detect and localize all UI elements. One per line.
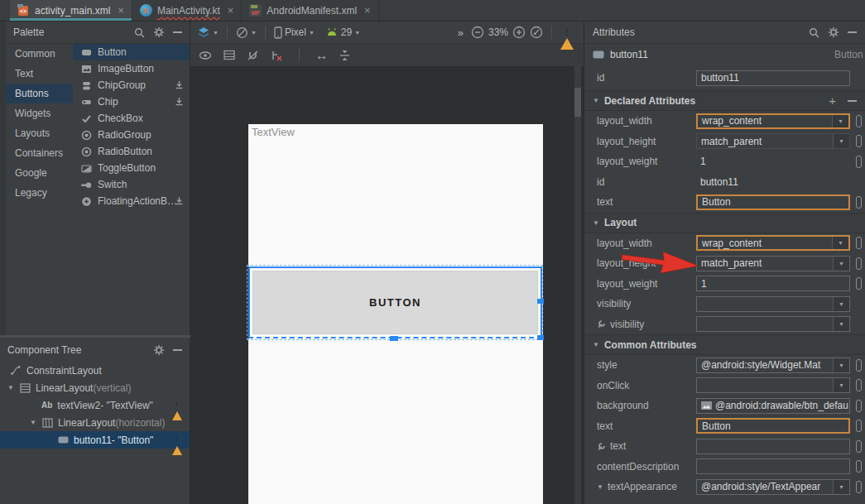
gear-icon[interactable] xyxy=(828,26,839,38)
tree-item-button11[interactable]: button11- "Button" xyxy=(0,431,190,449)
close-icon[interactable]: × xyxy=(118,5,124,16)
close-icon[interactable]: × xyxy=(364,5,371,16)
hide-panel-icon[interactable] xyxy=(848,31,857,33)
tree-item-constraintlayout[interactable]: ConstraintLayout xyxy=(0,362,190,379)
style-dropdown[interactable]: @android:style/Widget.Mat▼ xyxy=(696,358,850,373)
remove-attribute-icon[interactable] xyxy=(848,100,857,102)
tab-androidmanifest-xml[interactable]: MF AndroidManifest.xml × xyxy=(242,0,378,21)
palette-item-chip[interactable]: Chip xyxy=(73,94,190,110)
tools-text-input[interactable] xyxy=(696,439,850,454)
download-icon[interactable] xyxy=(175,80,184,89)
clear-constraints-icon[interactable] xyxy=(271,50,283,61)
tree-item-linearlayout-vertical[interactable]: ▼ LinearLayout(vertical) xyxy=(0,379,190,396)
palette-item-radiogroup[interactable]: RadioGroup xyxy=(73,127,190,143)
resource-flag-icon[interactable] xyxy=(856,196,862,209)
chevron-down-icon[interactable]: ▼ xyxy=(833,358,849,372)
layout-weight-value[interactable]: 1 xyxy=(696,154,850,170)
section-layout[interactable]: ▼ Layout xyxy=(584,213,865,233)
palette-item-togglebutton[interactable]: ToggleButton xyxy=(73,160,190,176)
palette-item-button[interactable]: Button xyxy=(73,44,190,60)
hide-panel-icon[interactable] xyxy=(173,349,182,351)
chevron-down-icon[interactable]: ▼ xyxy=(832,115,848,127)
palette-item-chipgroup[interactable]: ChipGroup xyxy=(73,77,190,94)
resource-flag-icon[interactable] xyxy=(856,115,862,127)
tools-visibility-dropdown[interactable]: ▼ xyxy=(696,316,850,332)
infer-constraints-icon[interactable]: ↔ xyxy=(315,48,328,62)
zoom-to-fit-icon[interactable] xyxy=(530,26,543,39)
resource-flag-icon[interactable] xyxy=(856,460,862,473)
palette-item-checkbox[interactable]: CheckBox xyxy=(73,110,190,127)
palette-item-imagebutton[interactable]: ImageButton xyxy=(73,60,190,77)
resource-flag-icon[interactable] xyxy=(856,359,862,372)
palette-item-switch[interactable]: Switch xyxy=(73,176,190,193)
visibility-dropdown[interactable]: ▼ xyxy=(696,296,850,312)
api-level-selector[interactable]: 29 ▼ xyxy=(325,26,360,38)
chevron-down-icon[interactable]: ▼ xyxy=(29,419,37,426)
tab-mainactivity-kt[interactable]: K MainActivity.kt × xyxy=(132,0,242,21)
palette-category-text[interactable]: Text xyxy=(6,64,73,84)
content-description-input[interactable] xyxy=(696,458,850,474)
gear-icon[interactable] xyxy=(153,344,165,356)
textappearance-dropdown[interactable]: @android:style/TextAppear▼ xyxy=(696,479,850,495)
zoom-out-icon[interactable] xyxy=(471,26,484,39)
resource-flag-icon[interactable] xyxy=(856,277,862,290)
resource-flag-icon[interactable] xyxy=(856,135,862,147)
canvas-textview[interactable]: TextView xyxy=(252,126,295,138)
palette-category-widgets[interactable]: Widgets xyxy=(6,103,73,123)
gear-icon[interactable] xyxy=(153,26,165,38)
palette-item-radiobutton[interactable]: RadioButton xyxy=(73,143,190,160)
section-declared-attributes[interactable]: ▼ Declared Attributes + xyxy=(584,90,865,111)
tree-item-linearlayout-horizontal[interactable]: ▼ LinearLayout(horizontal) xyxy=(0,414,190,431)
zoom-in-icon[interactable] xyxy=(512,26,526,39)
section-common-attributes[interactable]: ▼ Common Attributes xyxy=(584,334,865,355)
layout-width-dropdown[interactable]: wrap_content▼ xyxy=(696,113,850,129)
design-mode-selector[interactable]: ▼ xyxy=(197,26,219,38)
tab-activity-main-xml[interactable]: <> activity_main.xml × xyxy=(10,0,132,21)
warnings-button[interactable] xyxy=(560,26,574,38)
chevron-down-icon[interactable]: ▼ xyxy=(833,297,849,311)
layout-height-dropdown[interactable]: match_parent▼ xyxy=(696,256,850,271)
chevron-down-icon[interactable]: ▼ xyxy=(832,237,848,249)
palette-category-common[interactable]: Common xyxy=(6,44,73,64)
palette-item-floatingactionbutton[interactable]: FloatingActionB… xyxy=(73,193,190,209)
design-scrollbar[interactable] xyxy=(574,66,581,504)
orientation-selector[interactable]: ▼ xyxy=(236,26,257,39)
add-attribute-icon[interactable]: + xyxy=(829,94,836,108)
search-icon[interactable] xyxy=(809,27,819,38)
palette-category-buttons[interactable]: Buttons xyxy=(6,84,73,103)
autoconnect-off-icon[interactable] xyxy=(247,50,259,61)
canvas-button[interactable]: BUTTON xyxy=(252,271,538,334)
palette-category-google[interactable]: Google xyxy=(6,163,73,183)
select-layout-variant-icon[interactable] xyxy=(223,50,235,60)
device-selector[interactable]: Pixel ▼ xyxy=(274,26,315,39)
id-value[interactable]: button11 xyxy=(696,174,850,190)
hide-panel-icon[interactable] xyxy=(173,31,182,33)
resize-handle-bottom[interactable] xyxy=(390,336,398,341)
resource-flag-icon[interactable] xyxy=(856,420,862,432)
chevron-down-icon[interactable]: ▼ xyxy=(833,480,849,494)
search-icon[interactable] xyxy=(134,27,145,38)
resource-flag-icon[interactable] xyxy=(856,379,862,391)
resize-handle-right[interactable] xyxy=(537,299,544,304)
chevron-down-icon[interactable]: ▼ xyxy=(833,317,849,331)
text-input[interactable]: Button xyxy=(696,194,850,210)
palette-category-containers[interactable]: Containers xyxy=(6,143,73,163)
onclick-dropdown[interactable]: ▼ xyxy=(696,377,850,393)
resource-flag-icon[interactable] xyxy=(856,440,862,453)
background-input[interactable]: @android:drawable/btn_defau xyxy=(696,398,850,414)
tree-item-textview2[interactable]: Ab textView2- "TextView" xyxy=(0,396,190,414)
resource-flag-icon[interactable] xyxy=(856,257,862,270)
download-icon[interactable] xyxy=(175,196,184,205)
layout-height-dropdown[interactable]: match_parent▼ xyxy=(696,133,850,149)
text-input[interactable]: Button xyxy=(696,418,850,434)
chevron-down-icon[interactable]: ▼ xyxy=(7,384,15,391)
toolbar-overflow-icon[interactable]: » xyxy=(458,26,464,39)
id-input[interactable]: button11 xyxy=(696,70,850,86)
palette-category-legacy[interactable]: Legacy xyxy=(6,183,73,203)
resize-handle-corner[interactable] xyxy=(537,335,544,340)
view-options-icon[interactable] xyxy=(199,50,212,60)
chevron-down-icon[interactable]: ▼ xyxy=(833,134,849,148)
chevron-down-icon[interactable]: ▼ xyxy=(833,378,849,392)
close-icon[interactable]: × xyxy=(228,5,234,16)
layout-width-dropdown[interactable]: wrap_content▼ xyxy=(696,235,850,251)
